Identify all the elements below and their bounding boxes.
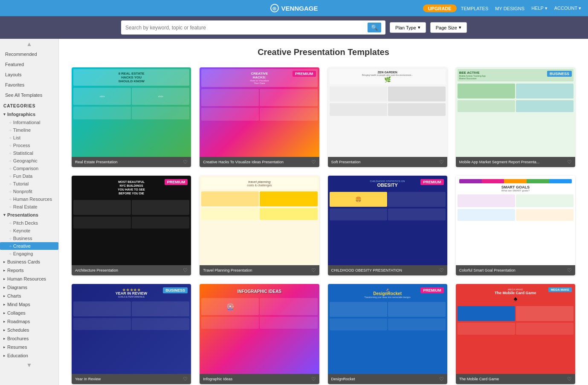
sidebar-sub-timeline[interactable]: ○ Timeline — [0, 126, 58, 134]
heart-icon-travel[interactable]: ♡ — [311, 267, 316, 273]
thumbnail-obesity: CHILDHOOD STATISTICS ON OBESITY 🍔 — [328, 176, 447, 265]
badge-design-rocket: PREMIUM — [420, 287, 444, 293]
chevron-education: ▸ — [3, 353, 6, 358]
logo-text: VENNGAGE — [281, 5, 318, 12]
sidebar-scroll-up[interactable]: ▲ — [0, 39, 58, 49]
badge-obesity: PREMIUM — [420, 179, 444, 185]
sidebar-sub-pitch-decks[interactable]: ○ Pitch Decks — [0, 219, 58, 227]
plan-type-filter[interactable]: Plan Type ▾ — [390, 22, 426, 33]
sidebar-sub-process[interactable]: ○ Process — [0, 142, 58, 149]
sidebar-sub-tutorial[interactable]: ○ Tutorial — [0, 180, 58, 188]
sidebar-category-diagrams[interactable]: ▸ Diagrams — [0, 283, 58, 292]
sidebar-category-infographics[interactable]: ▾ Infographics — [0, 110, 58, 119]
template-card-travel[interactable]: travel planning costs & challenges Trave… — [200, 176, 319, 275]
heart-icon-card-game[interactable]: ♡ — [567, 376, 572, 382]
sidebar-category-resumes[interactable]: ▸ Resumes — [0, 343, 58, 351]
sidebar-category-mind-maps[interactable]: ▸ Mind Maps — [0, 300, 58, 309]
template-card-smart[interactable]: SMART GOALS What are SMART goals? Colorf… — [456, 176, 575, 275]
thumbnail-smart: SMART GOALS What are SMART goals? — [456, 176, 575, 265]
template-card-design-rocket[interactable]: PREMIUM 🚀 DesignRocket Transforming your… — [328, 284, 447, 384]
sidebar-category-collages[interactable]: ▸ Collages — [0, 309, 58, 317]
page-size-filter[interactable]: Page Size ▾ — [430, 22, 467, 33]
sidebar-item-featured[interactable]: Featured — [0, 59, 58, 69]
nav-help[interactable]: HELP ▾ — [529, 4, 550, 12]
sidebar-sub-list[interactable]: ○ List — [0, 134, 58, 142]
sidebar-sub-fun-data[interactable]: ○ Fun Data — [0, 172, 58, 180]
sidebar-sub-keynote[interactable]: ○ Keynote — [0, 227, 58, 234]
card-label-design-rocket: DesignRocket ♡ — [328, 374, 447, 384]
search-input[interactable] — [125, 25, 368, 31]
sidebar-category-human-resources[interactable]: ▸ Human Resources — [0, 275, 58, 283]
heart-icon-year[interactable]: ♡ — [183, 376, 188, 382]
nav-account[interactable]: ACCOUNT ▾ — [552, 4, 584, 12]
search-bar-container: 🔍 — [121, 20, 385, 35]
sidebar-item-recommended[interactable]: Recommended — [0, 49, 58, 59]
template-card-card-game[interactable]: MEGA MAKE MEGA MAKE The Mobile Card Game… — [456, 284, 575, 384]
card-label-card-game: The Mobile Card Game ♡ — [456, 374, 575, 384]
sidebar-item-layouts[interactable]: Layouts — [0, 69, 58, 80]
template-card-creative-hacks[interactable]: PREMIUM CREATIVEHACKS: How to VisualizeY… — [200, 67, 319, 167]
sidebar-item-see-all[interactable]: See All Templates — [0, 90, 58, 100]
sidebar-category-roadmaps[interactable]: ▸ Roadmaps — [0, 317, 58, 326]
sidebar-category-brochures[interactable]: ▸ Brochures — [0, 334, 58, 343]
sidebar-sub-geographic[interactable]: ○ Geographic — [0, 157, 58, 165]
sidebar-item-favorites[interactable]: Favorites — [0, 80, 58, 90]
template-card-year[interactable]: BUSINESS ⭐ ⭐ ⭐ ⭐ ⭐ YEAR IN REVIEW GOALS … — [72, 284, 191, 384]
body-area: ▲ Recommended Featured Layouts Favorites… — [0, 39, 588, 385]
template-card-nyc[interactable]: PREMIUM MOST BEAUTIFULNYC BUILDINGSYOU H… — [72, 176, 191, 275]
heart-icon-smart[interactable]: ♡ — [567, 267, 572, 273]
sidebar-category-schedules[interactable]: ▸ Schedules — [0, 326, 58, 334]
top-nav: ◎ VENNGAGE UPGRADE TEMPLATES MY DESIGNS … — [0, 0, 588, 16]
heart-icon-zen[interactable]: ♡ — [439, 159, 444, 165]
sidebar-sub-creative[interactable]: ○ Creative — [0, 242, 58, 250]
heart-icon-design-rocket[interactable]: ♡ — [439, 376, 444, 382]
heart-icon-infographic[interactable]: ♡ — [311, 376, 316, 382]
heart-icon-real-estate[interactable]: ♡ — [183, 159, 188, 165]
heart-icon-nyc[interactable]: ♡ — [183, 267, 188, 273]
card-label-real-estate: Real Estate Presentation ♡ — [72, 157, 191, 167]
sidebar-sub-informational[interactable]: ○ Informational — [0, 119, 58, 126]
sidebar-category-charts[interactable]: ▸ Charts — [0, 292, 58, 300]
chevron-roadmaps: ▸ — [3, 319, 6, 324]
thumbnail-nyc: MOST BEAUTIFULNYC BUILDINGSYOU HAVE TO S… — [72, 176, 191, 265]
sidebar-category-education[interactable]: ▸ Education — [0, 351, 58, 360]
sidebar-sub-business[interactable]: ○ Business — [0, 234, 58, 242]
sidebar-category-business-cards[interactable]: ▸ Business Cards — [0, 258, 58, 266]
heart-icon-bee[interactable]: ♡ — [567, 159, 572, 165]
sidebar-category-presentations[interactable]: ▾ Presentations — [0, 211, 58, 219]
heart-icon-obesity[interactable]: ♡ — [439, 267, 444, 273]
nav-my-designs[interactable]: MY DESIGNS — [492, 4, 527, 12]
card-label-obesity: CHILDHOOD OBESITY PRESENTATION ♡ — [328, 265, 447, 275]
nav-templates[interactable]: TEMPLATES — [458, 4, 491, 12]
chevron-brochures: ▸ — [3, 336, 6, 341]
template-title-card-game: The Mobile Card Game — [459, 377, 499, 381]
search-button[interactable]: 🔍 — [368, 23, 381, 32]
sidebar-sub-human-resources-inf[interactable]: ○ Human Resources — [0, 195, 58, 203]
template-card-infographic[interactable]: INFOGRAPHIC IDEAS 🎡 Infographic Ideas ♡ — [200, 284, 319, 384]
template-card-obesity[interactable]: PREMIUM CHILDHOOD STATISTICS ON OBESITY … — [328, 176, 447, 275]
template-card-bee[interactable]: BUSINESS BEE ACTIVE Mobile Activity Trac… — [456, 67, 575, 167]
chevron-reports: ▸ — [3, 268, 6, 272]
sidebar-category-reports[interactable]: ▸ Reports — [0, 266, 58, 275]
top-nav-links: UPGRADE TEMPLATES MY DESIGNS HELP ▾ ACCO… — [423, 4, 584, 12]
upgrade-button[interactable]: UPGRADE — [423, 4, 457, 12]
sidebar-sub-comparison[interactable]: ○ Comparison — [0, 165, 58, 172]
template-title-bee: Mobile App Market Segment Report Present… — [459, 160, 540, 164]
sidebar-scroll-down[interactable]: ▼ — [0, 360, 58, 370]
thumbnail-bee: BEE ACTIVE Mobile Activity Tracking AppM… — [456, 67, 575, 157]
badge-creative-hacks: PREMIUM — [293, 71, 316, 77]
sidebar-sub-nonprofit[interactable]: ○ Nonprofit — [0, 188, 58, 195]
thumbnail-creative-hacks: CREATIVEHACKS: How to VisualizeYour Data — [200, 67, 319, 157]
thumbnail-card-game: MEGA MAKE The Mobile Card Game ♠ — [456, 284, 575, 373]
card-label-year: Year In Review ♡ — [72, 374, 191, 384]
chevron-infographics: ▾ — [3, 112, 6, 116]
template-card-zen[interactable]: ZEN GARDEN Bringing health to people who… — [328, 67, 447, 167]
template-title-real-estate: Real Estate Presentation — [75, 160, 118, 164]
template-card-real-estate[interactable]: 8 REAL ESTATEHACKS YOUSHOULD KNOW slide … — [72, 67, 191, 167]
heart-icon-creative-hacks[interactable]: ♡ — [311, 159, 316, 165]
template-title-obesity: CHILDHOOD OBESITY PRESENTATION — [331, 268, 403, 272]
sidebar-sub-engaging[interactable]: ○ Engaging — [0, 250, 58, 258]
sidebar-sub-real-estate[interactable]: ○ Real Estate — [0, 203, 58, 211]
sidebar-sub-statistical[interactable]: ○ Statistical — [0, 149, 58, 157]
badge-year: BUSINESS — [163, 287, 188, 293]
